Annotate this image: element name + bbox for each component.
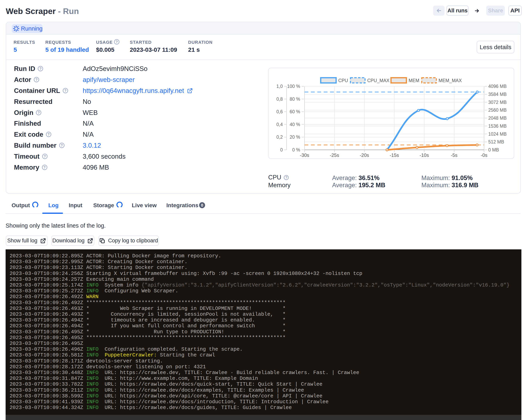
svg-text:100 %: 100 % — [287, 84, 300, 89]
svg-text:-5s: -5s — [451, 153, 457, 158]
svg-text:3584 MB: 3584 MB — [488, 92, 507, 97]
svg-text:-30s: -30s — [300, 153, 309, 158]
svg-text:2048 MB: 2048 MB — [488, 115, 507, 121]
svg-text:0: 0 — [280, 147, 283, 153]
svg-text:2560 MB: 2560 MB — [488, 107, 507, 113]
svg-text:1024 MB: 1024 MB — [488, 132, 507, 137]
svg-text:80 %: 80 % — [290, 96, 300, 102]
svg-text:60 %: 60 % — [290, 109, 300, 114]
svg-text:0,2: 0,2 — [276, 134, 283, 140]
svg-text:-20s: -20s — [360, 153, 369, 158]
svg-text:1,0: 1,0 — [276, 84, 283, 89]
svg-text:-0s: -0s — [481, 153, 487, 158]
svg-text:MEM: MEM — [409, 78, 419, 83]
svg-text:3072 MB: 3072 MB — [488, 100, 507, 105]
svg-text:CPU: CPU — [338, 78, 348, 83]
svg-text:1536 MB: 1536 MB — [488, 123, 507, 129]
svg-text:CPU_MAX: CPU_MAX — [367, 78, 389, 83]
svg-text:40 %: 40 % — [290, 122, 300, 127]
svg-text:-15s: -15s — [390, 153, 399, 158]
svg-text:0 MB: 0 MB — [488, 147, 499, 153]
svg-text:20 %: 20 % — [290, 134, 300, 140]
svg-text:512 MB: 512 MB — [488, 139, 504, 144]
svg-text:-10s: -10s — [420, 153, 429, 158]
svg-text:-25s: -25s — [330, 153, 339, 158]
svg-text:0 %: 0 % — [292, 147, 300, 153]
svg-text:0,6: 0,6 — [276, 109, 283, 114]
svg-text:4096 MB: 4096 MB — [488, 84, 507, 89]
svg-text:0,8: 0,8 — [276, 96, 283, 102]
svg-text:0,4: 0,4 — [276, 122, 283, 127]
svg-text:MEM_MAX: MEM_MAX — [438, 78, 462, 83]
